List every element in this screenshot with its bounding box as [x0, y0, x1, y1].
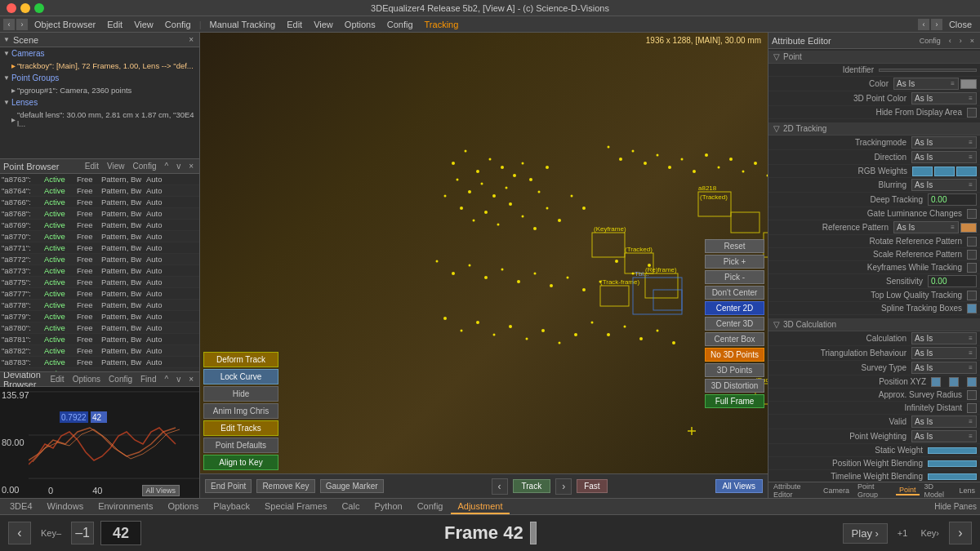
menu-edit-1[interactable]: Edit	[102, 18, 127, 31]
reset-btn[interactable]: Reset	[705, 239, 764, 253]
deep-tracking-input[interactable]	[928, 193, 977, 206]
anim-img-btn[interactable]: Anim Img Chris	[203, 403, 278, 419]
edit-tracks-btn[interactable]: Edit Tracks	[203, 420, 278, 436]
keyframes-while-checkbox[interactable]	[967, 263, 977, 273]
attr-tab-camera[interactable]: Camera	[820, 487, 853, 495]
point-table-row[interactable]: "a8782": Active Free Pattern, Bw Auto	[0, 345, 199, 357]
valid-value[interactable]: As Is ≡	[911, 415, 977, 428]
lens-item[interactable]: ▸ "default lens": 30.00 mm, 2.81 cm x 1.…	[0, 109, 199, 130]
dev-config-btn[interactable]: Config	[106, 375, 135, 384]
point-weighting-value[interactable]: As Is ≡	[911, 430, 977, 442]
spline-boxes-checkbox[interactable]	[967, 304, 977, 313]
scene-collapse-icon[interactable]: ▼	[3, 36, 10, 43]
valid-menu-icon[interactable]: ≡	[968, 418, 973, 425]
point-table-row[interactable]: "a8772": Active Free Pattern, Bw Auto	[0, 254, 199, 265]
pos-z-checkbox[interactable]	[967, 377, 977, 387]
sensitivity-input[interactable]	[928, 275, 977, 287]
tab-environments[interactable]: Environments	[91, 500, 159, 514]
3d-points-btn[interactable]: 3D Points	[705, 363, 764, 377]
hide-panes-btn[interactable]: Hide Panes	[934, 502, 977, 511]
point-table-row[interactable]: "a8783": Active Free Pattern, Bw Auto	[0, 357, 199, 368]
menu-config-2[interactable]: Config	[382, 18, 418, 31]
timeline-blending-bar[interactable]	[928, 473, 977, 480]
align-to-key-btn[interactable]: Align to Key	[203, 455, 278, 470]
blurring-value[interactable]: As Is ≡	[911, 179, 977, 191]
point-table-row[interactable]: "a8771": Active Free Pattern, Bw Auto	[0, 242, 199, 254]
scene-close-btn[interactable]: ×	[186, 35, 196, 44]
attr-tab-project[interactable]: Attribute Editor	[770, 482, 818, 499]
ref-pattern-swatch[interactable]	[960, 223, 977, 233]
pb-view-btn[interactable]: View	[105, 162, 127, 171]
rgb-r-slider[interactable]	[912, 167, 933, 176]
lenses-expand-icon[interactable]: ▼	[3, 99, 10, 106]
transport-nav-left[interactable]: ‹	[8, 522, 31, 544]
point-collapse-icon[interactable]: ▽	[773, 52, 780, 61]
pos-y-checkbox[interactable]	[949, 377, 959, 387]
static-weight-bar[interactable]	[928, 447, 977, 454]
dev-close-btn[interactable]: ×	[186, 375, 196, 384]
nav-left-btn[interactable]: ‹	[3, 19, 15, 30]
frame-back-btn[interactable]: –1	[71, 522, 94, 544]
point-table-row[interactable]: "a8770": Active Free Pattern, Bw Auto	[0, 231, 199, 242]
point-table-row[interactable]: "a8779": Active Free Pattern, Bw Auto	[0, 311, 199, 322]
triangulation-value[interactable]: As Is ≡	[911, 347, 977, 359]
center-box-btn[interactable]: Center Box	[705, 332, 764, 346]
trackingmode-value[interactable]: As Is ≡	[911, 136, 977, 149]
all-views-btn[interactable]: All Views	[142, 485, 180, 496]
point-table-row[interactable]: "a8764": Active Free Pattern, Bw Auto	[0, 185, 199, 197]
pb-nav-down[interactable]: v	[174, 162, 183, 171]
calculation-menu-icon[interactable]: ≡	[968, 335, 973, 342]
point-weighting-menu-icon[interactable]: ≡	[968, 433, 973, 440]
current-frame-box[interactable]: 42	[100, 521, 141, 545]
close-traffic-light[interactable]	[7, 3, 16, 13]
calc3d-collapse-icon[interactable]: ▽	[773, 320, 780, 329]
point-group-item[interactable]: ▸ "pgroup#1": Camera, 2360 points	[0, 84, 199, 96]
dev-find-btn[interactable]: Find	[138, 375, 158, 384]
point-table-row[interactable]: "a8778": Active Free Pattern, Bw Auto	[0, 300, 199, 311]
maximize-traffic-light[interactable]	[34, 3, 44, 13]
direction-value[interactable]: As Is ≡	[911, 151, 977, 163]
all-views-vp-btn[interactable]: All Views	[715, 479, 763, 493]
camera-item[interactable]: ▸ "trackboy": [Main], 72 Frames, 1.00, L…	[0, 60, 199, 72]
nav-right-btn[interactable]: ›	[16, 19, 28, 30]
menu-edit-2[interactable]: Edit	[282, 18, 307, 31]
tab-adjustment[interactable]: Adjustment	[451, 500, 509, 514]
menu-close[interactable]: Close	[944, 18, 977, 31]
triangulation-menu-icon[interactable]: ≡	[968, 349, 973, 357]
transport-nav-right[interactable]: ›	[949, 522, 972, 544]
menu-view-1[interactable]: View	[129, 18, 158, 31]
rgb-g-slider[interactable]	[934, 167, 955, 176]
pointgroups-expand-icon[interactable]: ▼	[3, 74, 10, 82]
point-table-row[interactable]: "a8763": Active Free Pattern, Bw Auto	[0, 174, 199, 185]
ae-nav-right[interactable]: ›	[957, 37, 964, 45]
identifier-value[interactable]	[879, 69, 977, 72]
ae-close-btn[interactable]: ×	[968, 37, 977, 45]
tab-calc[interactable]: Calc	[335, 500, 366, 514]
fast-btn[interactable]: Fast	[577, 479, 607, 493]
infinitely-distant-checkbox[interactable]	[967, 403, 977, 413]
vp-nav-next[interactable]: ›	[555, 478, 572, 495]
hide-display-checkbox[interactable]	[967, 108, 977, 118]
color-value[interactable]: As Is ≡	[893, 78, 959, 90]
ae-nav-left[interactable]: ‹	[947, 37, 954, 45]
cameras-expand-icon[interactable]: ▼	[3, 50, 10, 57]
end-point-btn[interactable]: End Point	[205, 479, 252, 493]
center-2d-btn[interactable]: Center 2D	[705, 301, 764, 315]
menu-config-1[interactable]: Config	[160, 18, 196, 31]
dev-nav-down[interactable]: v	[174, 375, 183, 384]
remove-key-btn[interactable]: Remove Key	[256, 479, 314, 493]
pos-blending-bar[interactable]	[928, 460, 977, 467]
dont-center-btn[interactable]: Don't Center	[705, 286, 764, 300]
lock-curve-btn[interactable]: Lock Curve	[203, 369, 278, 384]
approx-survey-checkbox[interactable]	[967, 390, 977, 400]
track-btn[interactable]: Track	[513, 479, 551, 493]
attr-tab-pointgroup[interactable]: Point Group	[854, 482, 894, 499]
pb-edit-btn[interactable]: Edit	[82, 162, 101, 171]
low-quality-checkbox[interactable]	[967, 291, 977, 300]
pick-plus-btn[interactable]: Pick +	[705, 255, 764, 269]
survey-type-menu-icon[interactable]: ≡	[968, 364, 973, 371]
point-table-row[interactable]: "a8780": Active Free Pattern, Bw Auto	[0, 322, 199, 334]
gauge-marker-btn[interactable]: Gauge Marker	[320, 479, 384, 493]
attr-nav-left[interactable]: ‹	[918, 19, 929, 30]
pb-nav-up[interactable]: ^	[162, 162, 171, 171]
